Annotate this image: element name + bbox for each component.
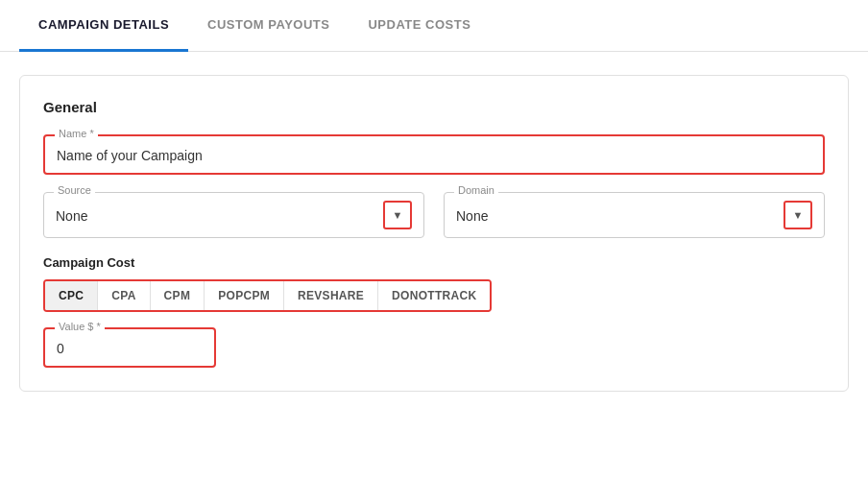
tab-custom-payouts[interactable]: CUSTOM PAYOUTS	[188, 0, 349, 52]
content-area: General Name * Source None ▼	[0, 52, 868, 415]
name-field-wrapper: Name *	[43, 134, 825, 175]
name-field-label: Name *	[55, 128, 98, 139]
value-field-label: Value $ *	[55, 321, 105, 332]
cost-tab-cpc[interactable]: CPC	[45, 281, 98, 310]
cost-tab-donottrack[interactable]: DONOTTRACK	[378, 281, 490, 310]
source-select[interactable]: None	[56, 204, 379, 226]
value-field-wrapper: Value $ *	[43, 327, 216, 368]
value-input[interactable]	[57, 337, 203, 358]
page-wrapper: CAMPAIGN DETAILS CUSTOM PAYOUTS UPDATE C…	[0, 0, 868, 480]
source-wrapper: Source None ▼	[43, 192, 424, 238]
campaign-cost-label: Campaign Cost	[43, 255, 825, 270]
domain-select[interactable]: None	[456, 204, 780, 226]
source-dropdown-button[interactable]: ▼	[383, 201, 412, 229]
card-title: General	[43, 99, 825, 115]
cost-type-tabs: CPC CPA CPM POPCPM REVSHARE DONOTTRACK	[43, 279, 492, 312]
source-label: Source	[54, 184, 95, 196]
tabs-bar: CAMPAIGN DETAILS CUSTOM PAYOUTS UPDATE C…	[0, 0, 868, 52]
cost-tab-cpm[interactable]: CPM	[151, 281, 205, 310]
source-domain-row: Source None ▼ Domain None ▼	[43, 192, 825, 238]
cost-tab-cpa[interactable]: CPA	[98, 281, 150, 310]
tab-update-costs[interactable]: UPDATE COSTS	[349, 0, 490, 52]
domain-dropdown-button[interactable]: ▼	[784, 201, 812, 229]
tab-campaign-details[interactable]: CAMPAIGN DETAILS	[19, 0, 188, 52]
name-input[interactable]	[57, 144, 811, 165]
chevron-down-icon: ▼	[393, 209, 403, 221]
domain-label: Domain	[454, 184, 498, 196]
chevron-down-icon: ▼	[793, 209, 804, 221]
cost-tab-popcpm[interactable]: POPCPM	[205, 281, 284, 310]
domain-wrapper: Domain None ▼	[444, 192, 825, 238]
general-card: General Name * Source None ▼	[19, 75, 849, 392]
cost-tab-revshare[interactable]: REVSHARE	[284, 281, 378, 310]
